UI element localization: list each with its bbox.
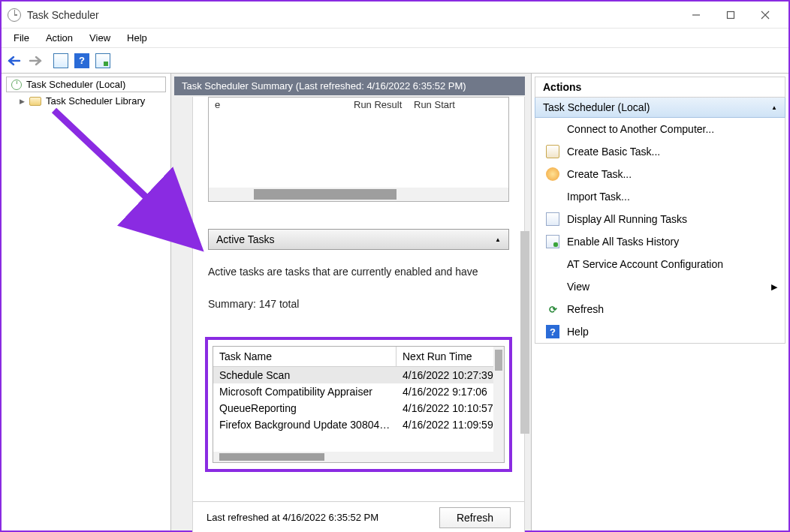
create-task-icon bbox=[546, 167, 559, 181]
chevron-up-icon: ▲ bbox=[771, 104, 777, 111]
active-tasks-description: Active tasks are tasks that are currentl… bbox=[208, 265, 509, 279]
app-clock-icon bbox=[8, 8, 21, 22]
toolbar-panel-button[interactable] bbox=[93, 51, 113, 71]
menubar: File Action View Help bbox=[2, 29, 788, 48]
tree-root-task-scheduler-local[interactable]: Task Scheduler (Local) bbox=[6, 77, 166, 92]
chevron-right-icon: ▶ bbox=[20, 98, 25, 105]
table-row[interactable]: Microsoft Compatibility Appraiser 4/16/2… bbox=[213, 383, 504, 400]
basic-task-icon bbox=[546, 145, 559, 158]
blank-icon bbox=[546, 257, 559, 271]
tree-pane: Task Scheduler (Local) ▶ Task Scheduler … bbox=[2, 74, 171, 530]
window-title: Task Scheduler bbox=[27, 9, 99, 21]
action-help[interactable]: ? Help bbox=[535, 320, 785, 343]
action-display-running-tasks[interactable]: Display All Running Tasks bbox=[535, 208, 785, 230]
actions-scope-label: Task Scheduler (Local) bbox=[543, 101, 650, 113]
nav-forward-button[interactable] bbox=[26, 51, 45, 71]
active-tasks-label: Active Tasks bbox=[216, 233, 275, 245]
action-view-submenu[interactable]: View ▶ bbox=[535, 275, 785, 298]
task-status-box: e Run Result Run Start bbox=[208, 97, 509, 202]
task-scheduler-window: Task Scheduler File Action View Help ? T… bbox=[0, 0, 790, 532]
summary-footer: Last refreshed at 4/16/2022 6:35:52 PM R… bbox=[193, 501, 524, 532]
active-tasks-header[interactable]: Active Tasks ▲ bbox=[208, 229, 509, 250]
active-tasks-table-highlight: Task Name Next Run Time Schedule Scan 4/… bbox=[205, 337, 512, 472]
table-row[interactable]: QueueReporting 4/16/2022 10:10:57 bbox=[213, 400, 504, 416]
chevron-right-icon: ▶ bbox=[771, 282, 777, 292]
clock-icon bbox=[11, 80, 22, 90]
display-tasks-icon bbox=[546, 212, 559, 226]
col-next-run-time[interactable]: Next Run Time bbox=[397, 347, 504, 366]
table-row[interactable]: Firefox Background Update 308046... 4/16… bbox=[213, 416, 504, 433]
titlebar: Task Scheduler bbox=[2, 2, 788, 29]
active-tasks-summary: Summary: 147 total bbox=[208, 298, 299, 310]
table-row[interactable]: Schedule Scan 4/16/2022 10:27:39 bbox=[213, 367, 504, 383]
menu-view[interactable]: View bbox=[82, 30, 118, 46]
tree-library-label: Task Scheduler Library bbox=[46, 95, 145, 107]
actions-pane: Actions Task Scheduler (Local) ▲ Connect… bbox=[532, 74, 788, 530]
maximize-button[interactable] bbox=[713, 3, 748, 27]
folder-icon bbox=[29, 97, 41, 106]
tree-root-label: Task Scheduler (Local) bbox=[26, 79, 125, 90]
toolbar-properties-button[interactable] bbox=[51, 51, 71, 71]
status-col-run-start: Run Start bbox=[414, 99, 455, 110]
help-icon: ? bbox=[546, 325, 559, 338]
action-connect-computer[interactable]: Connect to Another Computer... bbox=[535, 118, 785, 140]
last-refreshed-text: Last refreshed at 4/16/2022 6:35:52 PM bbox=[207, 512, 378, 523]
blank-icon bbox=[546, 190, 559, 203]
blank-icon bbox=[546, 280, 559, 293]
blank-icon bbox=[546, 122, 559, 136]
status-col-run-result: Run Result bbox=[354, 99, 414, 110]
minimize-button[interactable] bbox=[679, 3, 713, 27]
summary-pane: Task Scheduler Summary (Last refreshed: … bbox=[171, 74, 532, 530]
active-tasks-table[interactable]: Task Name Next Run Time Schedule Scan 4/… bbox=[213, 346, 505, 463]
menu-action[interactable]: Action bbox=[38, 30, 80, 46]
chevron-up-icon: ▲ bbox=[495, 236, 501, 243]
toolbar-help-button[interactable]: ? bbox=[72, 51, 92, 71]
table-v-scrollbar[interactable] bbox=[493, 347, 504, 462]
summary-header: Task Scheduler Summary (Last refreshed: … bbox=[174, 77, 525, 95]
history-icon bbox=[546, 235, 559, 248]
col-task-name[interactable]: Task Name bbox=[213, 347, 397, 366]
actions-header: Actions bbox=[535, 77, 785, 98]
menu-help[interactable]: Help bbox=[119, 30, 155, 46]
toolbar: ? bbox=[2, 48, 788, 74]
svg-rect-1 bbox=[728, 11, 734, 18]
actions-scope[interactable]: Task Scheduler (Local) ▲ bbox=[535, 98, 785, 118]
nav-back-button[interactable] bbox=[5, 51, 24, 71]
action-create-task[interactable]: Create Task... bbox=[535, 163, 785, 185]
table-h-scrollbar[interactable] bbox=[213, 452, 493, 462]
action-create-basic-task[interactable]: Create Basic Task... bbox=[535, 140, 785, 163]
close-button[interactable] bbox=[748, 3, 782, 27]
summary-v-scrollbar[interactable] bbox=[519, 96, 531, 496]
tree-item-library[interactable]: ▶ Task Scheduler Library bbox=[6, 92, 166, 110]
action-import-task[interactable]: Import Task... bbox=[535, 185, 785, 208]
refresh-icon: ⟳ bbox=[546, 302, 559, 316]
menu-file[interactable]: File bbox=[6, 30, 37, 46]
refresh-button[interactable]: Refresh bbox=[439, 507, 511, 528]
action-enable-task-history[interactable]: Enable All Tasks History bbox=[535, 230, 785, 253]
status-col-1: e bbox=[215, 99, 354, 110]
action-at-service-config[interactable]: AT Service Account Configuration bbox=[535, 253, 785, 275]
action-refresh[interactable]: ⟳ Refresh bbox=[535, 298, 785, 320]
status-h-scrollbar[interactable] bbox=[209, 188, 508, 201]
